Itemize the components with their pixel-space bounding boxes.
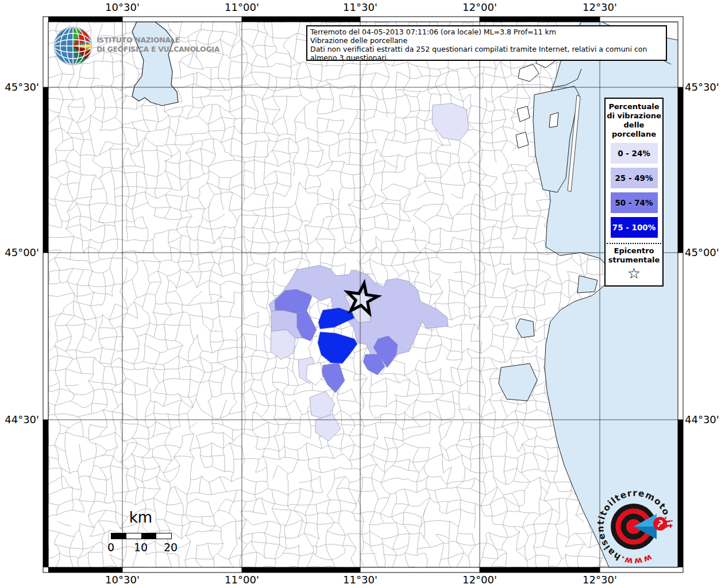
legend-swatch-0-24: 0 - 24% bbox=[611, 143, 658, 164]
axis-label-left-3: 44°30' bbox=[1, 413, 39, 425]
legend-divider bbox=[607, 243, 661, 244]
axis-label-top-2: 11°00' bbox=[225, 1, 259, 13]
legend-title-line: porcellane bbox=[606, 130, 662, 139]
axis-label-top-5: 12°30' bbox=[583, 1, 617, 13]
legend-swatch-75-100: 75 - 100% bbox=[611, 217, 658, 238]
axis-label-right-1: 45°30' bbox=[685, 81, 719, 93]
axis-label-bottom-1: 10°30' bbox=[105, 574, 140, 586]
legend-swatch-50-74: 50 - 74% bbox=[611, 192, 658, 213]
ingv-globe-icon bbox=[54, 27, 92, 65]
ingv-logo: ISTITUTO NAZIONALE DI GEOFISICA E VULCAN… bbox=[52, 24, 224, 72]
event-title: Terremoto del 04-05-2013 07:11:06 (ora l… bbox=[310, 28, 663, 36]
legend-box: Percentuale di vibrazione delle porcella… bbox=[604, 98, 664, 287]
axis-label-left-1: 45°30' bbox=[1, 81, 39, 93]
scale-bar: km 0 10 20 bbox=[103, 508, 213, 565]
scale-bar-graphic bbox=[111, 533, 172, 539]
legend-title: Percentuale di vibrazione delle porcella… bbox=[606, 102, 662, 139]
axis-label-top-4: 12°00' bbox=[462, 1, 497, 13]
event-info-box: Terremoto del 04-05-2013 07:11:06 (ora l… bbox=[306, 25, 667, 61]
legend-title-line: Percentuale bbox=[606, 102, 662, 111]
axis-label-right-2: 45°00' bbox=[685, 246, 719, 258]
epicenter-star-icon: ☆ bbox=[606, 265, 662, 282]
map-page: 10°30' 11°00' 11°30' 12°00' 12°30' 10°30… bbox=[0, 0, 721, 588]
ingv-name-line2: DI GEOFISICA E VULCANOLOGIA bbox=[97, 45, 220, 53]
axis-label-right-3: 44°30' bbox=[685, 413, 719, 425]
axis-label-bottom-4: 12°00' bbox=[462, 574, 497, 586]
legend-title-line: delle bbox=[606, 121, 662, 130]
legend-epicenter-label: Epicentro strumentale bbox=[606, 246, 662, 265]
scale-tick-20: 20 bbox=[164, 541, 178, 554]
axis-label-bottom-3: 11°30' bbox=[343, 574, 377, 586]
event-disclaimer: Dati non verificati estratti da 252 ques… bbox=[310, 45, 663, 61]
legend-epicenter-line: strumentale bbox=[606, 256, 662, 265]
axis-label-top-1: 10°30' bbox=[105, 1, 140, 13]
ingv-name-line1: ISTITUTO NAZIONALE bbox=[97, 36, 180, 44]
legend-title-line: di vibrazione bbox=[606, 111, 662, 121]
event-effect: Vibrazione delle porcellane bbox=[310, 36, 663, 45]
axis-label-bottom-2: 11°00' bbox=[225, 574, 259, 586]
axis-label-top-3: 11°30' bbox=[343, 1, 377, 13]
haisentito-logo: ? www.haisentitoilterremoto.it bbox=[595, 488, 674, 567]
scale-bar-unit: km bbox=[111, 509, 171, 526]
axis-label-bottom-5: 12°30' bbox=[583, 574, 617, 586]
legend-swatch-25-49: 25 - 49% bbox=[611, 168, 658, 188]
legend-epicenter-line: Epicentro bbox=[606, 246, 662, 256]
url-www: www. bbox=[618, 552, 653, 567]
scale-tick-0: 0 bbox=[107, 541, 114, 554]
scale-tick-10: 10 bbox=[134, 541, 148, 554]
axis-label-left-2: 45°00' bbox=[1, 246, 39, 258]
